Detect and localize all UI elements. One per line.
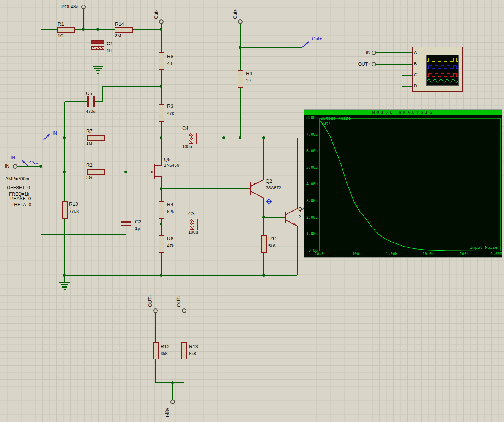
wire[interactable]	[240, 88, 241, 138]
c3-value[interactable]: 100u	[188, 230, 198, 234]
wire[interactable]	[133, 29, 161, 30]
net-label-in-source[interactable]: IN	[11, 155, 15, 160]
wire[interactable]	[376, 52, 412, 53]
transistor-Q4[interactable]	[283, 205, 300, 228]
c2-ref[interactable]: C2	[135, 219, 142, 224]
wire[interactable]	[64, 102, 65, 201]
wire[interactable]	[161, 122, 162, 138]
r14-value[interactable]: 3M	[115, 33, 121, 38]
resistor-R9[interactable]	[238, 70, 243, 88]
q2-ref[interactable]: Q2	[266, 178, 272, 184]
jfet-Q5[interactable]	[146, 161, 163, 180]
wire[interactable]	[297, 138, 298, 209]
wire[interactable]	[184, 313, 184, 342]
wire[interactable]	[41, 29, 57, 30]
resistor-R4[interactable]	[159, 201, 164, 219]
terminal-out-plus-bottom[interactable]	[153, 308, 158, 313]
wire[interactable]	[83, 9, 84, 30]
wire[interactable]	[184, 359, 184, 383]
schematic-canvas[interactable]: POL48v Out- Out+ IN IN OUT+ OUT+ OUT- +4…	[0, 0, 504, 422]
wire[interactable]	[126, 226, 126, 235]
noise-analysis-window[interactable]: NOISE ANALYSIS 8.00u 7.00u 6.00u 5.00u 4…	[304, 109, 502, 258]
r7-value[interactable]: 1M	[86, 141, 92, 145]
c5-value[interactable]: 470u	[86, 109, 96, 114]
r2-value[interactable]: 3G	[86, 175, 92, 180]
c1-ref[interactable]: C1	[107, 41, 113, 46]
wire[interactable]	[376, 64, 412, 65]
wire[interactable]	[161, 219, 162, 235]
r1-value[interactable]: 1G	[58, 33, 63, 38]
resistor-R6[interactable]	[159, 235, 164, 253]
c4-value[interactable]: 100u	[182, 144, 192, 149]
wire[interactable]	[161, 224, 190, 224]
r8-value[interactable]: 48	[167, 61, 172, 66]
resistor-R7[interactable]	[87, 135, 105, 141]
terminal-out-plus-top[interactable]	[238, 19, 243, 24]
q4-value[interactable]: 2	[298, 215, 301, 219]
wire[interactable]	[198, 224, 224, 224]
c2-value[interactable]: 1p	[135, 226, 140, 231]
r10-ref[interactable]: R10	[69, 201, 78, 207]
r6-value[interactable]: 47k	[167, 243, 174, 248]
out-plus-bottom-label[interactable]: OUT+	[148, 295, 153, 307]
wire[interactable]	[402, 86, 412, 87]
capacitor-C3[interactable]	[197, 219, 198, 230]
wire[interactable]	[102, 86, 103, 102]
out-minus-bottom-label[interactable]: OUT-	[176, 296, 181, 307]
r11-value[interactable]: 5k6	[268, 243, 276, 248]
scope-in-label[interactable]: IN	[360, 50, 370, 55]
c5-ref[interactable]: C5	[86, 90, 92, 96]
r3-value[interactable]: 47k	[167, 111, 174, 115]
net-arrow-icon[interactable]	[20, 157, 30, 167]
wire[interactable]	[98, 30, 98, 40]
wire[interactable]	[224, 138, 297, 138]
noise-analysis-titlebar[interactable]: NOISE ANALYSIS	[304, 110, 502, 115]
wire[interactable]	[264, 217, 285, 218]
terminal-in-left[interactable]	[13, 164, 17, 169]
generator-param[interactable]: AMP=700m	[5, 176, 29, 182]
r3-ref[interactable]: R3	[167, 103, 173, 109]
wire[interactable]	[41, 234, 126, 235]
wire[interactable]	[155, 359, 156, 383]
r8-ref[interactable]: R8	[167, 54, 173, 59]
wire[interactable]	[64, 219, 65, 275]
capacitor-C3[interactable]	[190, 219, 194, 230]
sine-source-icon[interactable]	[29, 159, 39, 166]
r4-ref[interactable]: R4	[167, 202, 173, 207]
out-minus-top-label[interactable]: Out-	[154, 10, 159, 19]
pol48v-label[interactable]: POL48v	[61, 4, 78, 9]
q5-ref[interactable]: Q5	[164, 156, 170, 162]
r4-value[interactable]: 62k	[167, 209, 174, 214]
generator-param[interactable]: PHASE=0	[10, 196, 31, 201]
resistor-R14[interactable]	[115, 27, 133, 33]
capacitor-C1[interactable]	[91, 46, 104, 50]
wire[interactable]	[161, 138, 189, 138]
wire[interactable]	[41, 30, 41, 235]
capacitor-C1[interactable]	[91, 40, 104, 44]
wire[interactable]	[156, 382, 184, 383]
r9-value[interactable]: 10	[246, 78, 251, 83]
r12-ref[interactable]: R12	[161, 344, 170, 349]
wire[interactable]	[126, 172, 126, 221]
r7-ref[interactable]: R7	[86, 128, 93, 134]
wire[interactable]	[95, 101, 102, 102]
terminal-plus48v[interactable]	[170, 400, 175, 404]
terminal-out-minus-top[interactable]	[159, 19, 164, 24]
terminal-scope-out-plus[interactable]	[372, 62, 376, 66]
wire[interactable]	[65, 138, 87, 138]
wire[interactable]	[161, 188, 250, 189]
scope-out-plus-label[interactable]: OUT+	[354, 62, 370, 67]
terminal-scope-in[interactable]	[372, 51, 376, 55]
wire[interactable]	[161, 253, 162, 275]
ground-symbol[interactable]	[92, 66, 104, 75]
generator-param[interactable]: OFFSET=0	[7, 185, 30, 190]
q5-value[interactable]: 2N5459	[164, 163, 179, 168]
wire[interactable]	[102, 86, 161, 87]
r12-value[interactable]: 6k8	[161, 351, 168, 356]
wire[interactable]	[98, 50, 98, 66]
net-label-in-probe[interactable]: IN	[52, 131, 57, 136]
resistor-R11[interactable]	[261, 235, 267, 253]
wire[interactable]	[240, 47, 302, 48]
c4-ref[interactable]: C4	[182, 125, 189, 131]
resistor-R12[interactable]	[153, 342, 159, 359]
